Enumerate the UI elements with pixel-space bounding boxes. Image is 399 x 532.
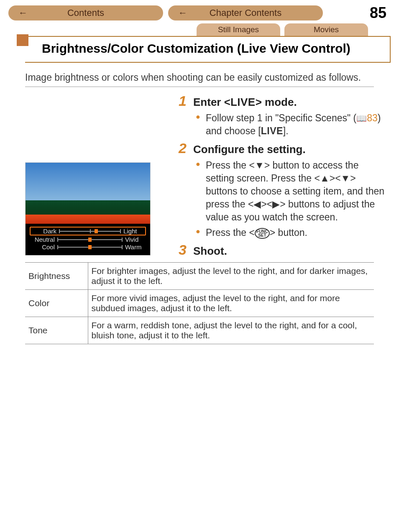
step-3: 3 Shoot. bbox=[175, 242, 386, 258]
table-row: Brightness For brighter images, adjust t… bbox=[25, 263, 374, 290]
tab-still-images[interactable]: Still Images bbox=[197, 23, 280, 36]
step-1: 1 Enter <LIVE> mode. bbox=[175, 93, 386, 109]
tab-movies-label: Movies bbox=[314, 25, 339, 34]
slider-color: Neutral Vivid bbox=[30, 236, 146, 243]
chapter-contents-label: Chapter Contents bbox=[210, 8, 281, 18]
slider-right-label: Vivid bbox=[125, 236, 146, 243]
text: Follow step 1 in "Specific Scenes" ( bbox=[206, 113, 356, 123]
step-title: Configure the setting. bbox=[193, 143, 306, 156]
text: > button. bbox=[270, 227, 307, 238]
contents-link[interactable]: ← Contents bbox=[8, 5, 163, 20]
contents-label: Contents bbox=[67, 8, 104, 18]
steps-column: 1 Enter <LIVE> mode. Follow step 1 in "S… bbox=[167, 91, 386, 258]
section-title: Brightness/Color Customization (Live Vie… bbox=[25, 36, 391, 63]
step-number: 1 bbox=[175, 93, 187, 109]
preview-trees bbox=[26, 200, 150, 215]
step-title: Enter <LIVE> mode. bbox=[193, 96, 297, 109]
back-arrow-icon: ← bbox=[178, 8, 187, 18]
parameters-table: Brightness For brighter images, adjust t… bbox=[25, 262, 374, 344]
tab-still-label: Still Images bbox=[218, 25, 259, 34]
step-2-body: Press the <▼> button to access the setti… bbox=[196, 159, 386, 239]
slider-right-label: Light bbox=[123, 228, 144, 235]
bullet-item: Press the <▼> button to access the setti… bbox=[196, 159, 386, 224]
live-mode-label: LIVE bbox=[261, 125, 283, 136]
page-ref-link[interactable]: 83 bbox=[367, 113, 378, 123]
slider-track bbox=[57, 245, 123, 250]
chapter-contents-link[interactable]: ← Chapter Contents bbox=[168, 5, 323, 20]
step-number: 2 bbox=[175, 140, 187, 156]
slider-left-label: Neutral bbox=[30, 236, 55, 243]
section-heading: Brightness/Color Customization (Live Vie… bbox=[42, 41, 383, 56]
table-row: Tone For a warm, reddish tone, adjust th… bbox=[25, 317, 374, 344]
step-number: 3 bbox=[175, 242, 187, 258]
preview-sky bbox=[26, 163, 150, 200]
top-nav: ← Contents ← Chapter Contents 85 bbox=[0, 0, 399, 22]
tab-movies[interactable]: Movies bbox=[284, 23, 368, 36]
section-marker-icon bbox=[17, 34, 28, 46]
intro-text: Image brightness or colors when shooting… bbox=[25, 71, 374, 84]
context-tabs: Still Images Movies bbox=[0, 23, 399, 36]
page-number: 85 bbox=[370, 4, 391, 22]
bullet-item: Follow step 1 in "Specific Scenes" (📖83)… bbox=[196, 112, 386, 138]
preview-column: Dark Light Neutral bbox=[25, 91, 167, 258]
divider bbox=[25, 87, 374, 87]
table-row: Color For more vivid images, adjust the … bbox=[25, 290, 374, 317]
slider-left-label: Cool bbox=[30, 243, 55, 251]
page-ref-icon: 📖 bbox=[356, 114, 367, 123]
bullet-item: Press the <FUNCSET> button. bbox=[196, 226, 386, 239]
slider-track bbox=[59, 229, 121, 234]
param-name: Brightness bbox=[25, 263, 88, 290]
preview-flowers bbox=[26, 215, 150, 224]
step-1-body: Follow step 1 in "Specific Scenes" (📖83)… bbox=[196, 112, 386, 138]
func-set-icon: FUNCSET bbox=[255, 228, 270, 239]
slider-tone: Cool Warm bbox=[30, 243, 146, 251]
back-arrow-icon: ← bbox=[18, 8, 28, 18]
step-title: Shoot. bbox=[193, 245, 227, 258]
slider-left-label: Dark bbox=[31, 228, 56, 235]
param-name: Tone bbox=[25, 317, 88, 344]
step-2: 2 Configure the setting. bbox=[175, 140, 386, 156]
param-desc: For a warm, reddish tone, adjust the lev… bbox=[88, 317, 374, 344]
slider-track bbox=[57, 237, 123, 242]
param-desc: For brighter images, adjust the level to… bbox=[88, 263, 374, 290]
param-desc: For more vivid images, adjust the level … bbox=[88, 290, 374, 317]
slider-brightness: Dark Light bbox=[30, 227, 146, 235]
param-name: Color bbox=[25, 290, 88, 317]
preview-overlay: Dark Light Neutral bbox=[26, 224, 150, 255]
camera-preview: Dark Light Neutral bbox=[25, 162, 151, 256]
text: Press the < bbox=[206, 227, 255, 238]
text: ]. bbox=[283, 125, 289, 136]
slider-right-label: Warm bbox=[125, 243, 146, 251]
